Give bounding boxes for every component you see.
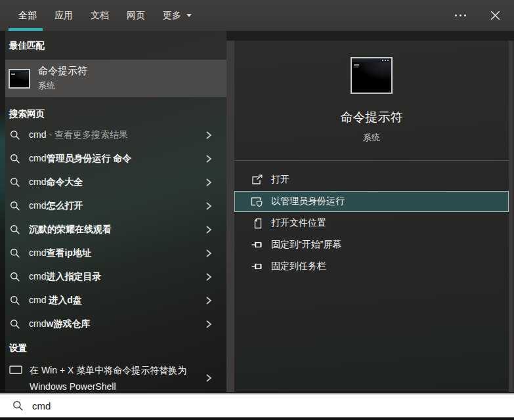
chevron-right-icon[interactable] — [205, 320, 212, 329]
search-icon — [12, 400, 24, 411]
search-bar — [0, 393, 514, 417]
pin-icon — [251, 240, 263, 250]
bottom-edge — [0, 417, 514, 420]
right-edge — [509, 31, 514, 392]
search-icon — [10, 272, 20, 282]
cmd-icon-large — [351, 57, 393, 94]
web-search-item-label: cmd查看ip地址 — [29, 247, 91, 259]
chevron-right-icon[interactable] — [205, 225, 212, 234]
action-run-as-admin[interactable]: 以管理员身份运行 — [234, 191, 509, 212]
search-icon — [10, 177, 20, 188]
chevron-right-icon[interactable] — [205, 373, 212, 383]
web-search-item[interactable]: cmd管理员身份运行 命令 — [5, 147, 226, 171]
web-search-item-label: cmd命令大全 — [29, 177, 83, 188]
web-search-item-label: cmdw游戏仓库 — [29, 318, 90, 330]
web-search-item[interactable]: cmd - 查看更多搜索结果 — [5, 123, 226, 147]
tab-bar: 全部 应用 文档 网页 更多 — [0, 0, 514, 31]
tab-apps-label: 应用 — [54, 10, 73, 22]
more-options-icon[interactable] — [452, 12, 469, 19]
web-search-item[interactable]: cmd怎么打开 — [5, 194, 226, 218]
best-match-header: 最佳匹配 — [5, 31, 226, 60]
chevron-right-icon[interactable] — [205, 272, 212, 282]
divider — [234, 160, 509, 161]
best-match-subtitle: 系统 — [38, 80, 87, 92]
cmd-icon — [9, 69, 30, 89]
tab-more-label: 更多 — [163, 10, 181, 22]
file-location-icon — [251, 218, 263, 229]
settings-header: 设置 — [5, 343, 226, 354]
tab-apps[interactable]: 应用 — [54, 0, 73, 31]
results-panel: 最佳匹配 命令提示符 系统 搜索网页 cmd - 查看更多搜索结果 cmd管理员… — [5, 31, 226, 392]
open-icon — [251, 175, 263, 185]
tab-more[interactable]: 更多 — [163, 0, 192, 31]
chevron-right-icon[interactable] — [205, 131, 212, 140]
run-as-admin-icon — [251, 196, 263, 207]
search-icon — [10, 319, 20, 329]
search-icon — [10, 224, 20, 235]
preview-subtitle: 系统 — [363, 132, 380, 144]
chevron-right-icon[interactable] — [205, 249, 212, 258]
best-match-item[interactable]: 命令提示符 系统 — [5, 60, 226, 97]
web-search-item[interactable]: 沉默的荣耀在线观看 — [5, 218, 226, 242]
web-search-item-label: cmd怎么打开 — [29, 200, 83, 212]
search-icon — [10, 130, 20, 140]
search-icon — [10, 154, 20, 164]
web-search-item-label: cmd - 查看更多搜索结果 — [29, 129, 128, 141]
main-area: 最佳匹配 命令提示符 系统 搜索网页 cmd - 查看更多搜索结果 cmd管理员… — [0, 31, 514, 392]
web-search-item[interactable]: cmdw游戏仓库 — [5, 312, 226, 336]
tab-web-label: 网页 — [127, 10, 145, 22]
search-icon — [10, 201, 20, 211]
action-label: 固定到任务栏 — [271, 261, 326, 272]
chevron-right-icon[interactable] — [205, 154, 212, 163]
chevron-down-icon — [186, 14, 192, 17]
best-match-title: 命令提示符 — [38, 65, 87, 77]
panel-divider — [226, 31, 234, 392]
web-search-item[interactable]: cmd 进入d盘 — [5, 289, 226, 312]
preview-panel: 命令提示符 系统 打开 以管理员身份运行 打开文件位置 — [234, 31, 509, 392]
chevron-right-icon[interactable] — [205, 201, 212, 211]
tab-documents-label: 文档 — [91, 10, 109, 22]
chevron-right-icon[interactable] — [205, 296, 212, 305]
web-search-item-label: 沉默的荣耀在线观看 — [29, 224, 112, 236]
preview-title: 命令提示符 — [341, 109, 403, 126]
web-search-item[interactable]: cmd进入指定目录 — [5, 265, 226, 289]
action-list: 打开 以管理员身份运行 打开文件位置 固定到“开始”屏幕 — [234, 169, 509, 278]
web-search-item-label: cmd管理员身份运行 命令 — [29, 153, 131, 165]
search-icon — [10, 295, 20, 306]
web-search-item[interactable]: cmd查看ip地址 — [5, 242, 226, 265]
web-search-header: 搜索网页 — [5, 108, 226, 120]
tab-all-label: 全部 — [18, 10, 37, 22]
action-open-file-location[interactable]: 打开文件位置 — [234, 213, 509, 234]
chevron-right-icon[interactable] — [205, 178, 212, 187]
settings-item[interactable]: 在 Win + X 菜单中将命令提示符替换为 Windows PowerShel… — [5, 360, 226, 396]
action-open[interactable]: 打开 — [234, 169, 509, 190]
left-edge — [0, 31, 5, 392]
action-label: 以管理员身份运行 — [271, 196, 345, 207]
pin-icon — [251, 261, 263, 272]
action-pin-to-taskbar[interactable]: 固定到任务栏 — [234, 256, 509, 277]
windows-search-flyout: 全部 应用 文档 网页 更多 最佳匹配 命令提示符 系统 — [0, 0, 514, 420]
search-input[interactable] — [32, 400, 360, 411]
action-pin-to-start[interactable]: 固定到“开始”屏幕 — [234, 234, 509, 255]
action-label: 固定到“开始”屏幕 — [271, 239, 341, 251]
tab-all[interactable]: 全部 — [18, 0, 37, 31]
web-search-item-label: cmd进入指定目录 — [29, 271, 101, 283]
best-match-text: 命令提示符 系统 — [38, 65, 87, 92]
action-label: 打开 — [271, 174, 289, 186]
web-search-item[interactable]: cmd命令大全 — [5, 171, 226, 194]
web-search-item-label: cmd 进入d盘 — [29, 295, 82, 306]
window-icon — [9, 365, 22, 396]
search-icon — [10, 248, 20, 259]
settings-item-label: 在 Win + X 菜单中将命令提示符替换为 Windows PowerShel… — [30, 362, 195, 396]
tab-documents[interactable]: 文档 — [91, 0, 109, 31]
window-controls — [452, 0, 502, 31]
tab-web[interactable]: 网页 — [127, 0, 145, 31]
action-label: 打开文件位置 — [271, 217, 326, 229]
close-icon[interactable] — [488, 9, 502, 22]
